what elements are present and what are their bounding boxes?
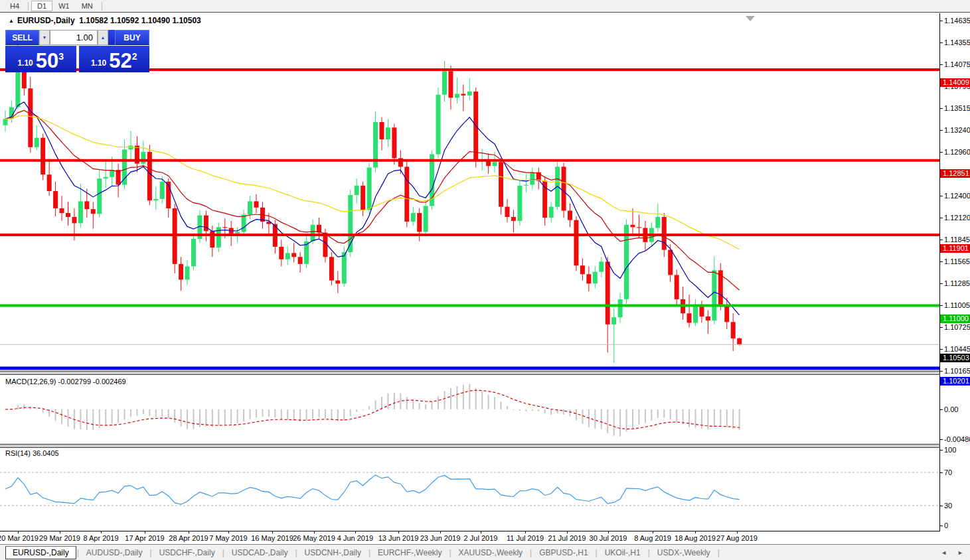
candle xyxy=(442,71,447,94)
sell-quote-button[interactable]: 1.10 50 3 xyxy=(5,46,76,72)
candle xyxy=(712,270,716,320)
candle xyxy=(731,322,736,338)
candle xyxy=(72,217,76,223)
tick-label: 1.13240 xyxy=(944,126,970,134)
candle xyxy=(279,247,283,259)
date-label: 26 May 2019 xyxy=(293,534,335,542)
candle xyxy=(699,307,704,316)
ohlc-values: 1.10582 1.10592 1.10490 1.10503 xyxy=(79,16,201,25)
macd-indicator-label: MACD(12,26,9) -0.002799 -0.002469 xyxy=(5,378,126,385)
chart-tab-usdchf-daily[interactable]: USDCHF-,Daily xyxy=(153,547,222,559)
date-tick xyxy=(737,531,738,533)
chart-tab-gbpusd-h1[interactable]: GBPUSD-,H1 xyxy=(532,547,594,559)
level-badge-1.10201: 1.10201 xyxy=(940,377,970,385)
tab-separator: | xyxy=(150,548,152,557)
tab-scroll-left-icon[interactable]: ◄ xyxy=(941,549,947,556)
volume-increase-button[interactable]: ▲ xyxy=(98,30,108,45)
tab-separator: | xyxy=(368,548,370,557)
timeframe-button-h4[interactable]: H4 xyxy=(4,1,25,11)
level-badge-1.11000: 1.11000 xyxy=(940,315,970,323)
tick-dash xyxy=(940,21,943,21)
chart-tab-ukoil-h1[interactable]: UKOil-,H1 xyxy=(598,547,647,559)
volume-input[interactable]: 1.00 xyxy=(50,30,98,45)
current-price-badge: 1.10503 xyxy=(940,354,970,362)
date-tick xyxy=(608,531,609,533)
tick-dash xyxy=(940,261,943,262)
date-tick xyxy=(60,531,60,533)
candle xyxy=(311,225,315,242)
chart-canvas[interactable] xyxy=(0,13,939,531)
candle xyxy=(329,257,334,280)
price-axis[interactable]: 1.146351.143551.140751.137951.135151.132… xyxy=(939,13,970,531)
tick-dash xyxy=(940,152,943,153)
candle xyxy=(593,272,598,284)
tab-separator: | xyxy=(77,548,79,557)
date-label: 8 Apr 2019 xyxy=(83,534,118,542)
candle xyxy=(210,231,214,247)
candle xyxy=(47,175,52,191)
chart-shift-marker-icon[interactable] xyxy=(746,16,755,21)
candle xyxy=(122,149,127,184)
chart-tab-eurchf-weekly[interactable]: EURCHF-,Weekly xyxy=(371,547,448,559)
candle xyxy=(160,182,165,199)
tab-separator: | xyxy=(222,548,224,557)
tick-label: 1.11565 xyxy=(944,257,970,265)
sell-button[interactable]: SELL xyxy=(5,30,39,45)
main-price-pane xyxy=(0,33,939,368)
timeframe-button-w1[interactable]: W1 xyxy=(52,1,76,11)
tick-label: 70 xyxy=(944,468,952,476)
candle xyxy=(530,173,534,185)
tab-scroll-right-icon[interactable]: ► xyxy=(957,549,963,556)
chart-tab-eurusd-daily[interactable]: EURUSD-,Daily xyxy=(5,546,76,559)
candle xyxy=(706,316,710,320)
timeframe-button-mn[interactable]: MN xyxy=(76,1,99,11)
buy-button[interactable]: BUY xyxy=(115,30,149,45)
tick-label: 1.10165 xyxy=(944,367,970,375)
tick-dash xyxy=(940,64,943,65)
date-tick xyxy=(695,531,696,533)
timeframe-button-d1[interactable]: D1 xyxy=(31,1,52,11)
chart-tab-usdx-weekly[interactable]: USDX-,Weekly xyxy=(651,547,717,559)
buy-price-pipette: 2 xyxy=(132,51,137,62)
date-label: 30 Jul 2019 xyxy=(590,534,627,542)
volume-decrease-button[interactable]: ▼ xyxy=(39,30,50,45)
candle xyxy=(424,206,428,232)
date-label: 18 Aug 2019 xyxy=(675,534,716,542)
candle xyxy=(524,185,528,186)
buy-quote-button[interactable]: 1.10 52 2 xyxy=(79,46,150,72)
date-tick xyxy=(481,531,481,533)
candle xyxy=(631,225,635,228)
date-label: 13 Jun 2019 xyxy=(378,534,419,542)
candle xyxy=(153,199,158,200)
chart-tab-audusd-daily[interactable]: AUDUSD-,Daily xyxy=(80,547,149,559)
candle xyxy=(60,208,64,213)
date-tick xyxy=(398,531,399,533)
collapse-triangle-icon[interactable]: ▲ xyxy=(9,18,14,24)
candle xyxy=(655,217,660,228)
tick-label: 1.12120 xyxy=(944,214,970,222)
tick-label: -0.004806 xyxy=(944,435,970,443)
candle xyxy=(91,209,96,214)
chart-tab-usdcnh-daily[interactable]: USDCNH-,Daily xyxy=(298,547,368,559)
candle xyxy=(568,211,572,220)
candle xyxy=(53,191,58,208)
candle xyxy=(335,281,340,284)
candle xyxy=(411,213,416,222)
candle xyxy=(562,167,566,210)
candle xyxy=(580,265,585,274)
date-axis[interactable]: 20 Mar 201929 Mar 20198 Apr 201917 Apr 2… xyxy=(0,531,940,543)
tab-separator: | xyxy=(449,548,451,557)
candle xyxy=(467,92,472,96)
candle xyxy=(549,207,554,218)
date-tick xyxy=(653,531,653,533)
candle xyxy=(66,213,70,217)
candle xyxy=(618,299,623,317)
candle xyxy=(511,217,516,221)
chart-tab-xauusd-weekly[interactable]: XAUUSD-,Weekly xyxy=(452,547,529,559)
candle xyxy=(574,220,578,266)
toolbar-separator xyxy=(28,2,29,11)
tick-label: 1.11285 xyxy=(944,279,970,287)
tab-scroll-arrows: ◄► xyxy=(941,549,963,556)
chart-tab-usdcad-daily[interactable]: USDCAD-,Daily xyxy=(225,547,295,559)
candle xyxy=(185,266,190,279)
